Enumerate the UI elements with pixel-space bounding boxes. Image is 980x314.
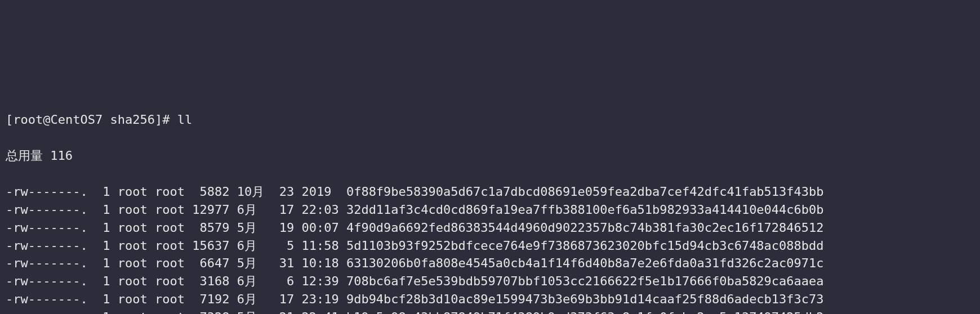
file-name: 5d1103b93f9252bdfcece764e9f7386873623020… [346,239,824,253]
file-time: 22:41 [301,310,338,314]
file-name: 708bc6af7e5e539bdb59707bbf1053cc2166622f… [346,274,824,288]
file-owner: root [118,221,148,235]
list-item: -rw-------. 1 root root 7192 6月 17 23:19… [6,290,974,308]
file-size: 7192 [192,292,229,306]
file-permissions: -rw-------. [6,203,95,217]
shell-prompt: [root@CentOS7 sha256]# [6,113,170,127]
file-time: 11:58 [301,239,338,253]
file-day: 19 [279,221,295,235]
file-permissions: -rw-------. [6,239,95,253]
file-group: root [155,274,185,288]
file-day: 21 [279,310,295,314]
file-permissions: -rw-------. [6,292,95,306]
file-group: root [155,203,185,217]
file-day: 5 [279,239,295,253]
file-month: 6月 [237,239,272,253]
file-size: 12977 [192,203,229,217]
file-month: 6月 [237,274,272,288]
file-name: 63130206b0fa808e4545a0cb4a1f14f6d40b8a7e… [346,256,824,270]
file-group: root [155,256,185,270]
list-item: -rw-------. 1 root root 12977 6月 17 22:0… [6,201,974,219]
file-day: 6 [279,274,295,288]
list-item: -rw-------. 1 root root 3168 6月 6 12:39 … [6,272,974,290]
file-size: 7328 [192,310,229,314]
file-day: 17 [279,203,295,217]
list-item: -rw-------. 1 root root 5882 10月 23 2019… [6,183,974,201]
file-month: 5月 [237,256,272,270]
file-size: 5882 [192,185,229,199]
file-name: 0f88f9be58390a5d67c1a7dbcd08691e059fea2d… [346,185,824,199]
file-group: root [155,185,185,199]
file-owner: root [118,239,148,253]
total-line: 总用量 116 [6,147,974,165]
file-name: 4f90d9a6692fed86383544d4960d9022357b8c74… [346,221,824,235]
file-permissions: -rw-------. [6,274,95,288]
file-permissions: -rw-------. [6,185,95,199]
file-owner: root [118,310,148,314]
file-group: root [155,221,185,235]
file-day: 31 [279,256,295,270]
file-time: 10:18 [301,256,338,270]
file-size: 15637 [192,239,229,253]
file-links: 1 [103,185,110,199]
file-time: 23:19 [301,292,338,306]
file-month: 6月 [237,203,272,217]
terminal[interactable]: [root@CentOS7 sha256]# ll 总用量 116 -rw---… [0,89,980,314]
file-time: 2019 [301,185,338,199]
file-permissions: -rw-------. [6,221,95,235]
file-group: root [155,310,185,314]
list-item: -rw-------. 1 root root 6647 5月 31 10:18… [6,254,974,272]
file-time: 00:07 [301,221,338,235]
file-owner: root [118,203,148,217]
list-item: -rw-------. 1 root root 7328 5月 21 22:41… [6,308,974,314]
list-item: -rw-------. 1 root root 8579 5月 19 00:07… [6,219,974,237]
file-owner: root [118,274,148,288]
file-month: 5月 [237,221,272,235]
file-links: 1 [103,203,110,217]
file-time: 22:03 [301,203,338,217]
list-item: -rw-------. 1 root root 15637 6月 5 11:58… [6,237,974,255]
file-listing: -rw-------. 1 root root 5882 10月 23 2019… [6,183,974,314]
file-owner: root [118,292,148,306]
file-owner: root [118,185,148,199]
file-permissions: -rw-------. [6,310,95,314]
file-size: 6647 [192,256,229,270]
file-links: 1 [103,239,110,253]
file-name: 32dd11af3c4cd0cd869fa19ea7ffb388100ef6a5… [346,203,824,217]
file-day: 17 [279,292,295,306]
file-name: b19a5c98e43bb87849b71f4389b9ed373f63e8c1… [346,310,824,314]
file-group: root [155,239,185,253]
file-day: 23 [279,185,295,199]
file-month: 10月 [237,185,272,199]
file-owner: root [118,256,148,270]
file-group: root [155,292,185,306]
file-name: 9db94bcf28b3d10ac89e1599473b3e69b3bb91d1… [346,292,824,306]
command-line: [root@CentOS7 sha256]# ll [6,111,974,129]
file-time: 12:39 [301,274,338,288]
file-size: 3168 [192,274,229,288]
file-links: 1 [103,256,110,270]
file-month: 6月 [237,292,272,306]
file-links: 1 [103,221,110,235]
file-permissions: -rw-------. [6,256,95,270]
file-links: 1 [103,292,110,306]
file-size: 8579 [192,221,229,235]
file-links: 1 [103,274,110,288]
file-month: 5月 [237,310,272,314]
typed-command: ll [177,113,193,127]
file-links: 1 [103,310,110,314]
